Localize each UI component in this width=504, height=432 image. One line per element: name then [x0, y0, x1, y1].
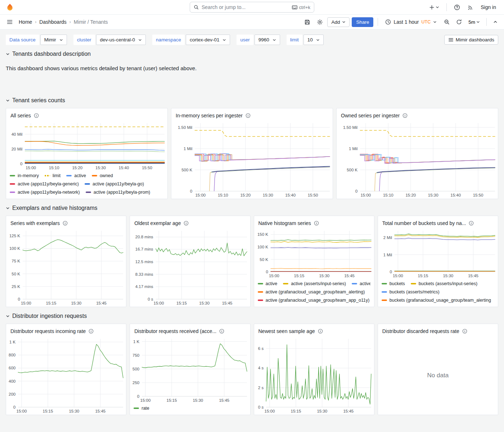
chart-canvas[interactable]: 15:0015:1015:2015:3015:4015:50020 Mil40 … — [6, 120, 167, 171]
time-series-chart[interactable]: 15:0015:1015:2015:3015:4015:500500 K1 Mi… — [337, 120, 498, 199]
legend-item[interactable]: active (appo11y/beyla-prom) — [86, 190, 150, 195]
legend-item[interactable]: active (asserts/metrics) — [352, 281, 370, 286]
time-range-picker[interactable]: Last 1 hour UTC — [382, 17, 440, 27]
chevron-down-icon — [6, 52, 10, 56]
panel-title[interactable]: Owned series per ingester — [341, 113, 400, 118]
variable-value-dropdown[interactable]: 10 — [303, 35, 324, 45]
legend-item[interactable]: in-memory — [10, 173, 39, 178]
variable-value-dropdown[interactable]: 9960 — [255, 35, 280, 45]
chart-canvas[interactable]: 15:0015:1515:3015:450 s2 s4 s6 s — [254, 336, 374, 415]
time-series-chart[interactable]: 15:0015:1515:3015:4502004006008001 K — [6, 336, 126, 415]
legend-item[interactable]: buckets (asserts/input-series) — [411, 281, 477, 286]
chart-canvas[interactable]: 15:0015:1515:3015:450 s4.17 mins8.33 min… — [130, 228, 250, 307]
variable-value-dropdown[interactable]: Mimir — [40, 35, 67, 45]
chart-canvas[interactable]: 15:0015:1515:3015:45025 K50 K75 K100 K12… — [6, 228, 126, 307]
time-series-chart[interactable]: 15:0015:1515:3015:450 s4.17 mins8.33 min… — [130, 228, 250, 307]
legend-item[interactable]: active (grafanacloud_usage_group/team_al… — [258, 289, 365, 294]
panel-info-icon[interactable] — [318, 329, 323, 334]
time-series-chart[interactable]: 15:0015:1515:3015:45025 K50 K75 K100 K12… — [6, 228, 126, 307]
chart-canvas[interactable]: 15:0015:1515:3015:45050 K100 K150 K — [254, 228, 374, 279]
time-series-chart[interactable]: 15:0015:1515:3015:450 s2 s4 s6 s — [254, 336, 374, 415]
panel-title[interactable]: In-memory series per ingester — [176, 113, 243, 118]
svg-text:15:15: 15:15 — [43, 409, 53, 413]
panel-info-icon[interactable] — [314, 221, 319, 226]
svg-text:4 s: 4 s — [258, 366, 264, 370]
grafana-logo[interactable] — [6, 3, 14, 12]
time-series-chart[interactable]: 15:0015:1015:2015:3015:4015:50020 Mil40 … — [6, 120, 167, 171]
row-header[interactable]: Tenant series counts — [6, 97, 498, 104]
chevron-down-icon — [476, 20, 480, 24]
sign-in-link[interactable]: Sign in — [478, 3, 498, 12]
legend-swatch — [86, 192, 91, 193]
time-series-chart[interactable]: 15:0015:1515:3015:4501 Mil2 Mil — [378, 228, 498, 279]
mega-menu-button[interactable] — [4, 17, 15, 27]
legend-swatch — [10, 183, 15, 185]
dashboard-settings-button[interactable] — [315, 17, 325, 27]
legend-item[interactable]: buckets (grafanacloud_usage_group/team_a… — [382, 298, 491, 303]
panel-info-icon[interactable] — [469, 221, 474, 226]
panel-title[interactable]: Total number of buckets used by na... — [382, 220, 466, 226]
zoom-out-time-button[interactable] — [442, 17, 452, 27]
add-new-button[interactable] — [427, 3, 441, 12]
time-series-chart[interactable]: 15:0015:1515:3015:45050 K100 K150 K — [254, 228, 374, 279]
divider — [378, 18, 378, 26]
time-series-chart[interactable]: No data — [378, 336, 498, 415]
help-button[interactable] — [452, 2, 462, 13]
legend-item[interactable]: rate — [134, 406, 149, 411]
chart-canvas[interactable]: 15:0015:1515:3015:4502505007501 K — [130, 336, 250, 404]
panel-info-icon[interactable] — [246, 113, 251, 118]
legend-item[interactable]: active — [66, 173, 86, 178]
breadcrumb-dashboards[interactable]: Dashboards — [39, 19, 67, 25]
legend-item[interactable]: active — [258, 281, 278, 286]
panel-title[interactable]: Series with exemplars — [10, 220, 60, 226]
news-button[interactable] — [465, 2, 476, 13]
panel-title[interactable]: Distributor requests received (acce... — [134, 328, 216, 334]
save-icon — [304, 19, 310, 25]
panel-info-icon[interactable] — [402, 113, 408, 118]
legend-item[interactable]: active (appo11y/beyla-network) — [10, 190, 80, 195]
panel-info-icon[interactable] — [184, 221, 189, 226]
panel-title[interactable]: Distributor discarded requests rate — [382, 328, 459, 334]
breadcrumb-home[interactable]: Home — [19, 19, 32, 25]
svg-text:0: 0 — [137, 394, 139, 399]
svg-text:15:50: 15:50 — [473, 193, 483, 197]
refresh-interval-picker[interactable]: 5m — [466, 17, 482, 27]
legend-item[interactable]: active (grafanacloud_usage_group/team_ap… — [258, 298, 370, 303]
panel-title[interactable]: Newest seen sample age — [258, 328, 315, 334]
time-series-chart[interactable]: 15:0015:1015:2015:3015:4015:500500 K1 Mi… — [171, 120, 333, 199]
row-header[interactable]: Exemplars and native histograms — [6, 205, 498, 211]
panel-info-icon[interactable] — [34, 113, 39, 118]
chart-canvas[interactable]: 15:0015:1515:3015:4501 Mil2 Mil — [378, 228, 498, 279]
refresh-button[interactable] — [454, 17, 464, 27]
panel-info-icon[interactable] — [219, 329, 224, 334]
row-header[interactable]: Distributor ingestion requests — [6, 313, 498, 319]
panel-title[interactable]: Oldest exemplar age — [134, 220, 181, 226]
row-header[interactable]: Tenants dashboard description — [6, 51, 498, 57]
save-dashboard-button[interactable] — [302, 17, 312, 27]
variable-value-dropdown[interactable]: cortex-dev-01 — [186, 35, 230, 45]
time-series-chart[interactable]: 15:0015:1515:3015:4502505007501 K — [130, 336, 250, 404]
add-panel-button[interactable]: Add — [327, 17, 350, 27]
legend-item[interactable]: active (appo11y/beyla-go) — [85, 181, 144, 186]
collapse-toolbar-button[interactable] — [491, 18, 500, 26]
panel-info-icon[interactable] — [63, 221, 68, 226]
panel-title[interactable]: Native histogram series — [258, 220, 311, 226]
share-button[interactable]: Share — [352, 17, 373, 27]
chart-canvas[interactable]: 15:0015:1015:2015:3015:4015:500500 K1 Mi… — [171, 120, 333, 199]
panel-info-icon[interactable] — [89, 329, 94, 334]
legend-item[interactable]: buckets (asserts/metrics) — [382, 289, 440, 294]
legend-item[interactable]: active (asserts/input-series) — [283, 281, 346, 286]
chevron-down-icon — [342, 20, 346, 24]
legend-item[interactable]: owned — [92, 173, 113, 178]
panel-info-icon[interactable] — [462, 329, 467, 334]
legend-item[interactable]: active (appo11y/beyla-generic) — [10, 181, 79, 186]
legend-item[interactable]: buckets — [382, 281, 405, 286]
search-input[interactable]: Search or jump to... ctrl+k — [190, 2, 314, 13]
chart-canvas[interactable]: 15:0015:1515:3015:4502004006008001 K — [6, 336, 126, 415]
mimir-dashboards-button[interactable]: Mimir dashboards — [444, 35, 498, 45]
chart-canvas[interactable]: 15:0015:1015:2015:3015:4015:500500 K1 Mi… — [337, 120, 498, 199]
panel-title[interactable]: Distributor requests incoming rate — [10, 328, 86, 334]
legend-item[interactable]: limit — [45, 173, 60, 178]
variable-value-dropdown[interactable]: dev-us-central-0 — [96, 35, 146, 45]
panel-title[interactable]: All series — [10, 113, 31, 118]
